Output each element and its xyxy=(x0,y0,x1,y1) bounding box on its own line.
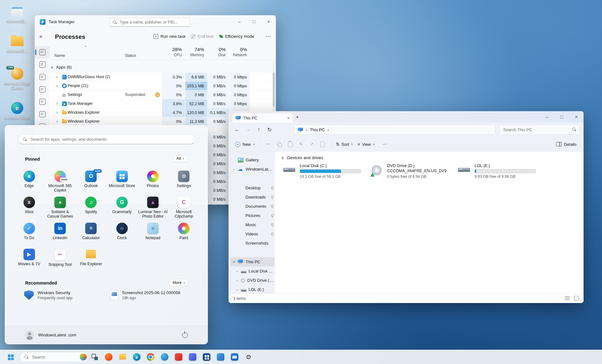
new-tab-button[interactable]: + xyxy=(296,114,299,119)
hamburger-menu-icon[interactable]: ≡ xyxy=(39,34,42,39)
new-button[interactable]: + New ∨ xyxy=(235,142,255,147)
table-row[interactable]: › Task Manager 3.8% 52.2 MB 0 MB/s 0 Mbp… xyxy=(50,99,273,108)
chevron-right-icon[interactable]: › xyxy=(56,119,58,124)
address-bar[interactable]: › This PC › xyxy=(294,125,496,135)
file-explorer-tabbar[interactable]: This PC × + – □ × xyxy=(229,111,584,123)
drive-item[interactable]: LOL (E:) 9.93 GB free of 9.98 GB xyxy=(456,161,539,181)
more-options-button[interactable]: ⋯ xyxy=(265,33,271,40)
cut-button[interactable]: ✂ xyxy=(263,141,274,147)
performance-icon[interactable] xyxy=(35,58,50,71)
pinned-app-tile[interactable]: in LinkedIn xyxy=(44,221,75,246)
run-new-task-button[interactable]: ▸ Run new task xyxy=(154,34,186,39)
all-apps-button[interactable]: All › xyxy=(173,155,188,162)
sidebar-item[interactable]: Pictures xyxy=(230,211,275,220)
tab-this-pc[interactable]: This PC × xyxy=(232,113,293,123)
pinned-app-tile[interactable]: M365 Microsoft 365 Copilot xyxy=(44,169,75,194)
desktop-shortcut[interactable]: CAN Microsoft Edge Canary xyxy=(3,67,32,91)
pinned-app-tile[interactable]: ≡ Notepad xyxy=(137,221,168,246)
column-disk[interactable]: 0% Disk xyxy=(207,46,229,60)
task-manager-search[interactable] xyxy=(109,18,190,27)
view-button[interactable]: ≡ View ∨ xyxy=(358,142,375,147)
pinned-app-tile[interactable]: O NEW Outlook xyxy=(76,169,106,194)
users-icon[interactable] xyxy=(35,96,50,108)
taskbar-app-button[interactable] xyxy=(200,351,214,363)
desktop-shortcut[interactable]: MicrosoftE... xyxy=(3,34,32,54)
sidebar-item[interactable]: › LOL (E:) xyxy=(230,285,275,294)
table-row[interactable]: › People (21) 0% 203.1 MB 0 MB/s 0 Mbps xyxy=(50,82,273,91)
section-devices-and-drives[interactable]: ∨ Devices and drives xyxy=(281,155,323,160)
rename-button[interactable]: ✎ xyxy=(296,141,306,147)
up-button[interactable]: ↑ xyxy=(253,127,264,132)
pinned-app-tile[interactable]: G Grammarly xyxy=(106,195,137,220)
details-icon[interactable] xyxy=(35,108,50,120)
column-cpu[interactable]: 28% CPU xyxy=(162,46,185,60)
pinned-app-tile[interactable]: ✂ Snipping Tool xyxy=(44,247,75,272)
list-view-toggle-icon[interactable] xyxy=(565,296,570,300)
pinned-app-tile[interactable]: e Edge xyxy=(14,169,44,194)
more-options-button[interactable]: ⋯ xyxy=(380,141,390,147)
chevron-right-icon[interactable]: › xyxy=(56,75,58,79)
sidebar-item[interactable]: ∨ This PC xyxy=(230,257,275,266)
taskbar-app-button[interactable] xyxy=(228,351,242,363)
close-button[interactable]: × xyxy=(569,111,584,123)
column-name[interactable]: Name xyxy=(54,53,65,58)
task-manager-titlebar[interactable]: Task Manager – □ × xyxy=(35,15,276,29)
paste-button[interactable] xyxy=(285,142,296,147)
sort-button[interactable]: ⇅ Sort ∨ xyxy=(336,142,353,147)
drive-item[interactable]: Local Disk (C:) 19.1 GB free of 59.1 GB xyxy=(281,161,364,181)
column-network[interactable]: 0% Network xyxy=(229,46,250,60)
tab-close-icon[interactable]: × xyxy=(287,116,290,120)
process-group-apps[interactable]: ∨ Apps (6) xyxy=(50,62,273,72)
recommended-item[interactable]: Screenshot 2025-06-12 000058 19h ago xyxy=(110,290,196,300)
user-profile-button[interactable]: WindowsLatest .com xyxy=(25,330,76,340)
maximize-button[interactable]: □ xyxy=(247,15,261,28)
delete-button[interactable] xyxy=(317,142,328,147)
taskbar-app-button[interactable] xyxy=(172,351,186,363)
column-memory[interactable]: 74% Memory xyxy=(185,46,207,60)
pinned-app-tile[interactable]: ♠ Solitaire & Casual Games xyxy=(44,195,75,220)
taskbar-app-button[interactable] xyxy=(88,351,102,363)
forward-button[interactable]: → xyxy=(243,127,253,132)
taskbar-app-button[interactable] xyxy=(144,351,158,363)
taskbar-app-button[interactable] xyxy=(186,351,200,363)
sidebar-item[interactable]: Gallery xyxy=(230,155,275,165)
details-pane-button[interactable]: Details xyxy=(556,142,577,147)
taskbar-app-button[interactable] xyxy=(116,351,130,363)
taskbar-search-input[interactable] xyxy=(31,354,68,360)
pinned-app-tile[interactable]: = Calculator xyxy=(76,221,106,246)
taskbar-search[interactable] xyxy=(20,352,89,362)
recommended-item[interactable]: Windows Security Frequently used app xyxy=(24,290,110,300)
pinned-app-tile[interactable]: Photos xyxy=(137,169,168,194)
chevron-right-icon[interactable]: › xyxy=(56,84,58,88)
file-list-area[interactable]: ∨ Devices and drives Local Disk (C:) 19.… xyxy=(275,152,584,294)
more-button[interactable]: More › xyxy=(169,279,188,286)
pinned-app-tile[interactable]: x Xbox xyxy=(14,195,44,220)
desktop-shortcut[interactable]: MicrosoftE... xyxy=(3,4,32,24)
chevron-right-icon[interactable]: › xyxy=(56,110,58,115)
back-button[interactable]: ← xyxy=(232,127,243,132)
processes-icon[interactable] xyxy=(35,46,50,58)
pinned-app-tile[interactable]: Paint xyxy=(168,221,199,246)
desktop-shortcut[interactable]: e Microsoft Edge xyxy=(3,101,32,120)
sidebar-item[interactable]: Screenshots xyxy=(230,239,275,248)
table-row[interactable]: › DWMBlurGlass Host (2) 0.3% 6.6 MB 0 MB… xyxy=(50,73,273,82)
pinned-app-tile[interactable]: ▲ Luminar Neo - AI Photo Editor xyxy=(137,195,168,220)
search-highlight-icon[interactable] xyxy=(80,354,87,361)
power-button[interactable] xyxy=(182,332,188,338)
start-search-input[interactable] xyxy=(30,137,190,142)
taskbar-app-button[interactable] xyxy=(214,351,228,363)
chevron-icon[interactable]: › xyxy=(236,288,239,292)
drive-item[interactable]: DVD Drive (D:) CCCOMA_X64FRE_EN-US_DV9 0… xyxy=(368,161,451,181)
start-search-box[interactable] xyxy=(18,134,195,144)
sidebar-item[interactable]: Documents xyxy=(230,202,275,211)
sidebar-item[interactable]: › DVD Drive (D:) xyxy=(230,276,275,285)
end-task-button[interactable]: End task xyxy=(191,34,214,39)
chevron-icon[interactable]: › xyxy=(232,167,236,171)
sidebar-item[interactable]: Desktop xyxy=(230,183,275,192)
minimize-button[interactable]: – xyxy=(540,111,554,123)
copy-button[interactable] xyxy=(274,142,285,146)
pinned-app-tile[interactable]: ○ Clock xyxy=(106,221,137,246)
pinned-app-tile[interactable]: File Explorer xyxy=(76,247,106,272)
sidebar-item[interactable]: Videos xyxy=(230,229,275,239)
startup-apps-icon[interactable] xyxy=(35,83,50,96)
